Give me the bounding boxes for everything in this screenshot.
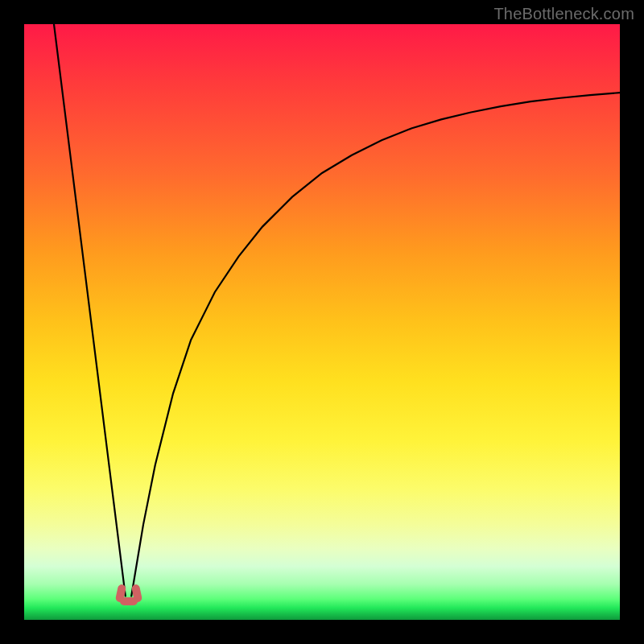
watermark-text: TheBottleneck.com xyxy=(493,5,634,23)
plot-area xyxy=(24,24,620,620)
chart-frame: TheBottleneck.com xyxy=(0,0,644,644)
bottleneck-curve xyxy=(24,24,620,620)
